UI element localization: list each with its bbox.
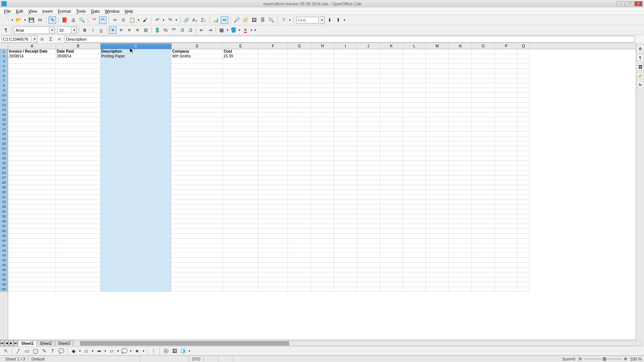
cell[interactable] — [288, 64, 311, 69]
cell[interactable] — [472, 69, 495, 74]
cell[interactable] — [449, 180, 472, 185]
cell[interactable] — [495, 185, 518, 190]
cell[interactable] — [56, 112, 100, 117]
cell[interactable] — [449, 224, 472, 229]
cell[interactable] — [100, 69, 171, 74]
cell[interactable] — [100, 146, 171, 151]
cell[interactable] — [311, 156, 334, 161]
cell[interactable] — [8, 214, 56, 219]
sheet-tab[interactable]: Sheet3 — [55, 341, 74, 346]
cell[interactable] — [56, 78, 100, 83]
cell[interactable] — [56, 229, 100, 234]
cell[interactable] — [8, 117, 56, 122]
cell[interactable] — [100, 190, 171, 195]
cell[interactable] — [171, 98, 223, 103]
cell[interactable] — [258, 195, 288, 200]
cell[interactable] — [518, 156, 530, 161]
cell[interactable] — [357, 64, 380, 69]
cell[interactable] — [495, 49, 518, 54]
name-box-dropdown[interactable]: ▼ — [32, 35, 37, 43]
cell[interactable] — [449, 258, 472, 263]
cell[interactable] — [495, 287, 518, 292]
cell[interactable] — [518, 171, 530, 175]
cell[interactable] — [223, 137, 258, 141]
cell[interactable] — [56, 166, 100, 171]
cell[interactable] — [223, 112, 258, 117]
cell[interactable] — [171, 78, 223, 83]
cell[interactable] — [56, 219, 100, 224]
cell[interactable] — [223, 93, 258, 98]
redo-button[interactable]: ↷ — [166, 16, 174, 24]
cell[interactable] — [171, 224, 223, 229]
cell[interactable] — [518, 59, 530, 64]
column-header-F[interactable]: F — [258, 43, 288, 49]
cell[interactable] — [449, 200, 472, 205]
cell[interactable] — [472, 117, 495, 122]
cell[interactable] — [171, 171, 223, 175]
column-header-H[interactable]: H — [311, 43, 334, 49]
menu-data[interactable]: Data — [88, 8, 102, 14]
cell[interactable] — [449, 161, 472, 166]
cell[interactable] — [311, 268, 334, 272]
cell[interactable] — [426, 69, 449, 74]
cell[interactable] — [472, 166, 495, 171]
cell[interactable] — [171, 132, 223, 137]
cell[interactable] — [426, 156, 449, 161]
cell[interactable] — [426, 59, 449, 64]
cell[interactable] — [288, 282, 311, 287]
cell[interactable] — [288, 137, 311, 141]
cell[interactable] — [380, 171, 403, 175]
sidebar-functions-icon[interactable]: fx — [637, 81, 644, 88]
cell[interactable] — [56, 146, 100, 151]
cell[interactable] — [100, 282, 171, 287]
row-header[interactable]: 25 — [0, 166, 8, 171]
cell[interactable] — [223, 248, 258, 253]
cell[interactable] — [495, 195, 518, 200]
cell[interactable] — [403, 180, 426, 185]
line-tool-button[interactable]: ╱ — [15, 347, 22, 355]
cell[interactable] — [311, 107, 334, 112]
find-input[interactable] — [296, 17, 319, 24]
cell[interactable] — [100, 132, 171, 137]
row-header[interactable]: 11 — [0, 98, 8, 103]
font-color-dropdown[interactable]: ▼ — [250, 26, 253, 34]
cell[interactable] — [403, 268, 426, 272]
cell[interactable] — [171, 175, 223, 180]
cell[interactable] — [223, 83, 258, 88]
row-header[interactable]: 29 — [0, 185, 8, 190]
cell[interactable] — [472, 253, 495, 258]
cell[interactable] — [380, 248, 403, 253]
cell[interactable] — [171, 146, 223, 151]
cell[interactable] — [403, 224, 426, 229]
cell[interactable] — [171, 151, 223, 156]
cell[interactable] — [334, 59, 357, 64]
from-file-button[interactable]: 🖼 — [171, 347, 178, 355]
cell[interactable] — [223, 132, 258, 137]
cell[interactable] — [380, 243, 403, 248]
align-center-button[interactable]: ≡ — [117, 26, 125, 34]
cell[interactable] — [518, 122, 530, 127]
cell[interactable] — [426, 175, 449, 180]
cell[interactable] — [223, 141, 258, 146]
cell[interactable] — [518, 277, 530, 282]
cell[interactable] — [8, 78, 56, 83]
align-right-button[interactable]: ≡ — [126, 26, 133, 34]
cell[interactable]: 28/08/14 — [8, 54, 56, 59]
find-next-button[interactable]: ⬇ — [326, 16, 333, 24]
cell[interactable] — [171, 156, 223, 161]
undo-button[interactable]: ↶ — [154, 16, 161, 24]
cell[interactable] — [426, 229, 449, 234]
cell[interactable] — [258, 171, 288, 175]
cell[interactable] — [258, 253, 288, 258]
menu-window[interactable]: Window — [102, 8, 122, 14]
row-header[interactable]: 10 — [0, 93, 8, 98]
cell[interactable] — [171, 200, 223, 205]
cell[interactable] — [100, 263, 171, 268]
cell[interactable] — [403, 156, 426, 161]
cell[interactable] — [56, 263, 100, 268]
cell[interactable] — [472, 83, 495, 88]
cell[interactable] — [380, 78, 403, 83]
cell[interactable] — [171, 263, 223, 268]
cell[interactable] — [495, 253, 518, 258]
cell[interactable] — [288, 214, 311, 219]
